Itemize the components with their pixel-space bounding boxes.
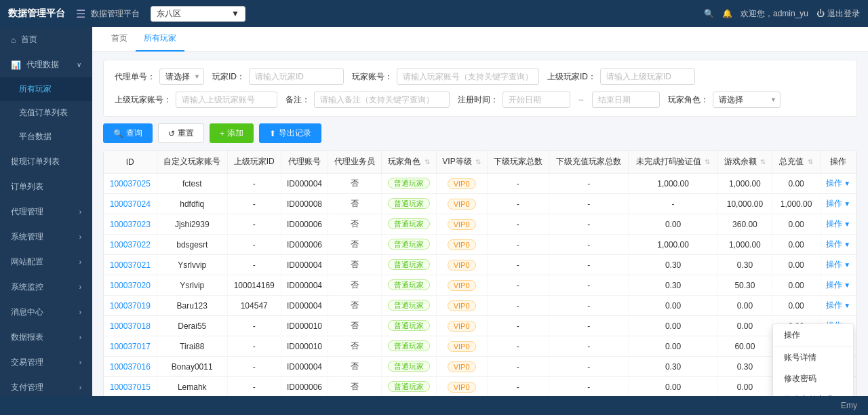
- superior-account-label: 上级玩家账号：: [115, 94, 172, 106]
- dropdown-item-change-password[interactable]: 修改密码: [773, 368, 853, 389]
- export-button[interactable]: ⬆ 导出记录: [259, 123, 321, 143]
- add-button[interactable]: + 添加: [210, 123, 254, 143]
- sidebar-item-order-list[interactable]: 订单列表: [0, 174, 92, 199]
- table-row: 100037016Bonay0011-ID000004否普通玩家VIP0--0.…: [104, 357, 856, 377]
- player-account-input[interactable]: [397, 68, 539, 85]
- search-button[interactable]: 🔍 查询: [103, 123, 153, 143]
- cell-vip: VIP0: [436, 316, 487, 336]
- player-id-link[interactable]: 100037015: [110, 382, 151, 392]
- sidebar-item-website-config[interactable]: 网站配置 ›: [0, 250, 92, 275]
- agent-data-icon: 📊: [11, 60, 21, 70]
- action-button[interactable]: 操作▼: [825, 279, 852, 291]
- player-id-link[interactable]: 100037017: [110, 342, 151, 351]
- player-id-link[interactable]: 100037024: [110, 199, 151, 209]
- cell-agent-no: ID000010: [281, 316, 328, 336]
- cell-sub-total: -: [487, 174, 549, 194]
- player-id-link[interactable]: 100037020: [110, 281, 151, 290]
- sidebar-item-all-players[interactable]: 所有玩家: [0, 77, 92, 101]
- agent-no-group: 代理单号： 请选择: [115, 68, 204, 85]
- player-id-link[interactable]: 100037025: [110, 179, 151, 189]
- cell-game-balance: 50.30: [717, 275, 772, 296]
- cell-account: Jjshi2939: [157, 214, 227, 235]
- cell-action: 操作▼: [821, 235, 856, 255]
- menu-icon[interactable]: ☰: [76, 7, 85, 20]
- chevron-right-icon8: ›: [79, 384, 81, 391]
- sidebar-item-platform-data[interactable]: 平台数据: [0, 125, 92, 149]
- tab-all-players[interactable]: 所有玩家: [136, 27, 184, 52]
- player-role-select[interactable]: 请选择 普通玩家 VIP玩家: [713, 92, 781, 108]
- cell-sub-recharge: -: [549, 174, 629, 194]
- cell-agent-sale: 否: [328, 275, 382, 296]
- table-row: 100037017Tirai88-ID000010否普通玩家VIP0--0.00…: [104, 336, 856, 357]
- remark-input[interactable]: [314, 92, 450, 108]
- action-dropdown-menu: 操作 账号详情 修改密码 修改支付密码 上下分 打码验证 踢人 玩家详细信息 游…: [772, 323, 854, 396]
- sidebar-item-message-center[interactable]: 消息中心 ›: [0, 300, 92, 325]
- cell-total-recharge: 0.00: [772, 235, 820, 255]
- dropdown-title: 操作: [773, 324, 853, 347]
- tab-home[interactable]: 首页: [103, 27, 136, 52]
- cell-pending-code: -: [629, 194, 718, 214]
- sidebar-item-recharge-list[interactable]: 充值订单列表: [0, 101, 92, 125]
- sidebar-item-agent-mgmt[interactable]: 代理管理 ›: [0, 199, 92, 224]
- sidebar-item-trade-mgmt[interactable]: 交易管理 ›: [0, 350, 92, 375]
- player-id-link[interactable]: 100037021: [110, 260, 151, 270]
- chevron-right-icon2: ›: [79, 233, 81, 241]
- player-id-link[interactable]: 100037018: [110, 321, 151, 331]
- search-icon[interactable]: 🔍: [704, 9, 714, 18]
- sidebar-item-data-report[interactable]: 数据报表 ›: [0, 325, 92, 350]
- agent-no-select[interactable]: 请选择: [159, 68, 204, 85]
- start-date-input[interactable]: [502, 92, 570, 108]
- player-account-label: 玩家账号：: [352, 71, 393, 83]
- dropdown-item-change-pay-password[interactable]: 修改支付密码: [773, 389, 853, 396]
- cell-game-balance: 0.00: [717, 316, 772, 336]
- cell-agent-no: ID000008: [281, 194, 328, 214]
- cell-agent-sale: 否: [328, 357, 382, 377]
- cell-superior-id: 100014169: [227, 275, 281, 296]
- reset-button[interactable]: ↺ 重置: [158, 123, 204, 143]
- sidebar-item-home[interactable]: ⌂ 首页: [0, 27, 92, 52]
- player-id-input[interactable]: [249, 68, 344, 85]
- action-button[interactable]: 操作▼: [825, 198, 852, 210]
- table-row: 100037015Lemahk-ID000006否普通玩家VIP0--0.000…: [104, 377, 856, 397]
- action-button[interactable]: 操作▼: [825, 300, 852, 311]
- sidebar-item-pending-orders[interactable]: 提现订单列表: [0, 149, 92, 174]
- cell-pending-code: 1,000.00: [629, 174, 718, 194]
- sidebar-item-system-monitor[interactable]: 系统监控 ›: [0, 275, 92, 300]
- logout-button[interactable]: ⏻ 退出登录: [816, 8, 860, 20]
- action-button[interactable]: 操作▼: [825, 218, 852, 230]
- action-button[interactable]: 操作▼: [825, 178, 852, 189]
- action-button[interactable]: 操作▼: [825, 239, 852, 250]
- player-id-link[interactable]: 100037023: [110, 220, 151, 229]
- cell-agent-no: ID000004: [281, 174, 328, 194]
- cell-account: Ysrlvvip: [157, 255, 227, 275]
- cell-sub-total: -: [487, 336, 549, 357]
- region-select[interactable]: 东八区 ▼: [151, 6, 245, 22]
- cell-superior-id: -: [227, 214, 281, 235]
- cell-id: 100037019: [104, 296, 157, 316]
- player-id-link[interactable]: 100037022: [110, 240, 151, 250]
- cell-role: 普通玩家: [382, 316, 437, 336]
- cell-game-balance: 0.00: [717, 377, 772, 397]
- cell-account: Tirai88: [157, 336, 227, 357]
- cell-sub-recharge: -: [549, 255, 629, 275]
- table-row: 100037025fctest-ID000004否普通玩家VIP0--1,000…: [104, 174, 856, 194]
- dropdown-item-account-detail[interactable]: 账号详情: [773, 347, 853, 368]
- action-button[interactable]: 操作▼: [825, 259, 852, 271]
- cell-agent-no: ID000004: [281, 255, 328, 275]
- sidebar-item-agent-data[interactable]: 📊 代理数据 ∨: [0, 52, 92, 77]
- cell-vip: VIP0: [436, 357, 487, 377]
- cell-agent-sale: 否: [328, 336, 382, 357]
- superior-player-id-label: 上级玩家ID：: [547, 71, 596, 83]
- superior-player-id-input[interactable]: [600, 68, 695, 85]
- sidebar-item-payment-mgmt[interactable]: 支付管理 ›: [0, 375, 92, 396]
- sidebar-item-system-mgmt[interactable]: 系统管理 ›: [0, 224, 92, 250]
- player-id-group: 玩家ID：: [212, 68, 344, 85]
- end-date-input[interactable]: [592, 92, 660, 108]
- player-id-link[interactable]: 100037016: [110, 362, 151, 372]
- superior-account-input[interactable]: [176, 92, 277, 108]
- cell-account: bdsgesrt: [157, 235, 227, 255]
- bell-icon[interactable]: 🔔: [722, 9, 732, 18]
- cell-account: Baru123: [157, 296, 227, 316]
- player-id-link[interactable]: 100037019: [110, 301, 151, 311]
- col-account: 自定义玩家账号: [157, 151, 227, 174]
